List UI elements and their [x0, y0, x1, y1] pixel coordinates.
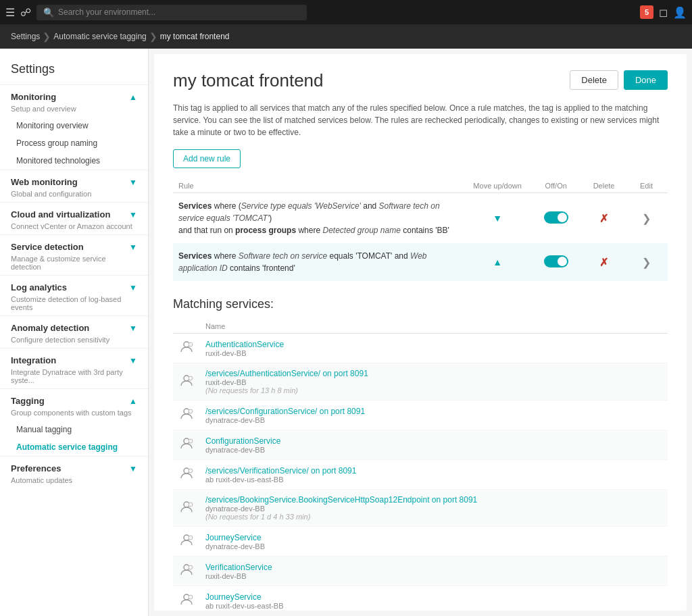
col-rule-header: Rule [173, 179, 466, 193]
sidebar-section-service-detection-title: Service detection [11, 242, 84, 252]
sidebar-section-log-analytics-title: Log analytics [11, 282, 67, 292]
rule-1-toggle[interactable] [529, 193, 583, 244]
list-item: VerificationServiceruxit-dev-BB [173, 557, 668, 586]
sidebar-section-preferences-title: Preferences [11, 463, 61, 473]
rule-2-move[interactable]: ▲ [466, 243, 529, 281]
sidebar-section-service-detection: Service detection ▼ Manage & customize s… [0, 234, 148, 275]
search-input[interactable] [58, 7, 300, 17]
sidebar-title: Settings [0, 49, 148, 84]
sidebar-section-preferences-header[interactable]: Preferences ▼ [0, 457, 148, 476]
rule-1-delete-icon[interactable]: ✗ [599, 213, 608, 224]
sidebar-section-integration-header[interactable]: Integration ▼ [0, 349, 148, 368]
sidebar-section-web-header[interactable]: Web monitoring ▼ [0, 170, 148, 190]
page-description: This tag is applied to all services that… [173, 102, 660, 138]
col-delete-header: Delete [583, 179, 625, 193]
sidebar-section-web-sub: Global and configuration [0, 190, 148, 202]
service-info-cell: /services/ConfigurationService/ on port … [200, 401, 668, 430]
rule-2-toggle[interactable] [529, 243, 583, 281]
service-name-link[interactable]: AuthenticationService [205, 340, 662, 349]
sidebar-section-cloud-sub: Connect vCenter or Amazon account [0, 222, 148, 234]
sidebar: Settings Monitoring ▲ Setup and overview… [0, 49, 149, 616]
rule-2-edit-icon[interactable]: ❯ [642, 257, 651, 268]
breadcrumb-auto-tagging[interactable]: Automatic service tagging [53, 32, 146, 41]
rule-2-edit[interactable]: ❯ [625, 243, 668, 281]
done-button[interactable]: Done [624, 70, 668, 90]
header-buttons: Delete Done [570, 70, 668, 90]
delete-button[interactable]: Delete [570, 70, 618, 90]
rule-1-edit-icon[interactable]: ❯ [642, 213, 651, 224]
sidebar-section-tagging-sub: Group components with custom tags [0, 409, 148, 421]
svg-point-13 [189, 536, 193, 540]
sidebar-item-process-group-naming[interactable]: Process group naming [0, 134, 148, 152]
list-item: /services/ConfigurationService/ on port … [173, 401, 668, 430]
svg-point-7 [189, 439, 193, 443]
preferences-arrow-icon: ▼ [129, 464, 137, 473]
service-icon-cell [173, 586, 200, 611]
sidebar-section-cloud-title: Cloud and virtualization [11, 209, 110, 220]
sidebar-section-log-analytics: Log analytics ▼ Customize detection of l… [0, 275, 148, 315]
service-name-link[interactable]: VerificationService [205, 563, 662, 572]
rule-2-delete[interactable]: ✗ [583, 243, 625, 281]
tagging-arrow-icon: ▲ [129, 396, 137, 406]
service-name-link[interactable]: /services/VerificationService/ on port 8… [205, 466, 662, 476]
anomaly-arrow-icon: ▼ [129, 324, 137, 333]
sidebar-item-auto-service-tagging[interactable]: Automatic service tagging [0, 438, 148, 456]
service-note-text: (No requests for 1 d 4 h 33 min) [205, 513, 662, 521]
sidebar-item-manual-tagging[interactable]: Manual tagging [0, 421, 148, 438]
service-name-link[interactable]: /services/BookingService.BookingServiceH… [205, 495, 662, 505]
monitor-icon[interactable]: ◻ [659, 6, 668, 19]
rule-2-delete-icon[interactable]: ✗ [599, 257, 608, 268]
rule-1-toggle-switch[interactable] [544, 211, 568, 224]
rule-2-toggle-switch[interactable] [544, 255, 568, 267]
sidebar-section-monitoring: Monitoring ▲ Setup and overview Monitori… [0, 84, 148, 170]
table-row: Services where (Service type equals 'Web… [173, 193, 668, 244]
service-icon-cell [173, 460, 200, 490]
user-icon[interactable]: 👤 [673, 6, 687, 19]
sidebar-section-cloud: Cloud and virtualization ▼ Connect vCent… [0, 202, 148, 234]
sidebar-section-log-analytics-header[interactable]: Log analytics ▼ [0, 276, 148, 295]
matching-services-title: Matching services: [173, 297, 668, 311]
move-down-icon[interactable]: ▼ [493, 213, 502, 224]
chat-icon[interactable]: ☍ [20, 6, 31, 19]
sidebar-section-anomaly: Anomaly detection ▼ Configure detection … [0, 315, 148, 348]
breadcrumb-settings[interactable]: Settings [11, 32, 40, 41]
sidebar-section-anomaly-header[interactable]: Anomaly detection ▼ [0, 316, 148, 336]
menu-icon[interactable]: ☰ [5, 6, 15, 19]
service-icon-cell [173, 334, 200, 363]
service-name-link[interactable]: ConfigurationService [205, 436, 662, 446]
add-new-rule-button[interactable]: Add new rule [173, 149, 241, 168]
move-up-icon[interactable]: ▲ [493, 257, 502, 267]
service-name-link[interactable]: /services/AuthenticationService/ on port… [205, 369, 662, 378]
sidebar-item-monitored-technologies[interactable]: Monitored technologies [0, 152, 148, 170]
service-sub-text: dynatrace-dev-BB [205, 505, 662, 513]
service-info-cell: VerificationServiceruxit-dev-BB [200, 557, 668, 586]
sidebar-section-cloud-header[interactable]: Cloud and virtualization ▼ [0, 203, 148, 222]
sidebar-section-anomaly-title: Anomaly detection [11, 323, 89, 333]
service-info-cell: /services/BookingService.BookingServiceH… [200, 490, 668, 527]
service-info-cell: /services/VerificationService/ on port 8… [200, 460, 668, 490]
rule-1-delete[interactable]: ✗ [583, 193, 625, 244]
sidebar-section-tagging-header[interactable]: Tagging ▲ [0, 389, 148, 409]
rule-1-text: Services where (Service type equals 'Web… [173, 193, 466, 244]
service-name-link[interactable]: JourneyService [205, 533, 662, 542]
sidebar-item-monitoring-overview[interactable]: Monitoring overview [0, 117, 148, 134]
service-name-link[interactable]: /services/ConfigurationService/ on port … [205, 407, 662, 416]
svg-point-1 [189, 342, 193, 346]
service-sub-text: ruxit-dev-BB [205, 378, 662, 386]
col-offon-header: Off/On [529, 179, 583, 193]
list-item: JourneyServiceab ruxit-dev-us-east-BB [173, 586, 668, 611]
sidebar-section-integration-title: Integration [11, 355, 56, 365]
rule-1-edit[interactable]: ❯ [625, 193, 668, 244]
notification-badge[interactable]: 5 [640, 5, 653, 19]
sidebar-section-anomaly-sub: Configure detection sensitivity [0, 336, 148, 348]
sidebar-section-service-detection-header[interactable]: Service detection ▼ [0, 235, 148, 255]
svg-point-5 [189, 409, 193, 413]
svg-point-3 [189, 376, 193, 380]
breadcrumb: Settings ❯ Automatic service tagging ❯ m… [0, 24, 692, 49]
sidebar-section-log-analytics-sub: Customize detection of log-based events [0, 295, 148, 315]
service-name-link[interactable]: JourneyService [205, 592, 662, 602]
rules-table: Rule Move up/down Off/On Delete Edit Ser… [173, 179, 668, 281]
service-info-cell: /services/AuthenticationService/ on port… [200, 363, 668, 401]
rule-1-move[interactable]: ▼ [466, 193, 529, 244]
sidebar-section-monitoring-header[interactable]: Monitoring ▲ [0, 85, 148, 105]
